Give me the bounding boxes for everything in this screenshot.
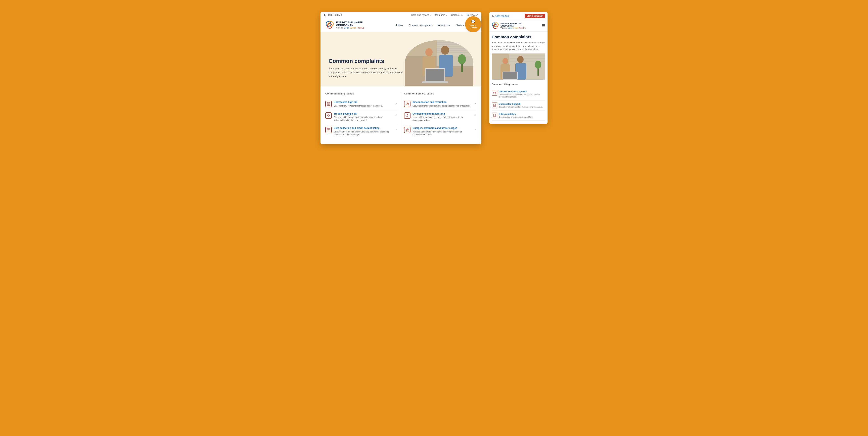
arrow-right-icon: → <box>395 113 397 116</box>
connecting-icon <box>404 112 410 119</box>
hero-section: Common complaints If you want to know ho… <box>320 32 481 86</box>
issue-connecting[interactable]: Connecting and transferring Issues with … <box>404 110 476 124</box>
mobile-issue-title: Delayed and catch-up bills <box>499 90 545 93</box>
contact-us-link[interactable]: Contact us <box>451 14 463 17</box>
mobile-navbar: ENERGY AND WATER OMBUDSMAN Victoria List… <box>489 20 548 32</box>
svg-rect-42 <box>509 58 545 59</box>
issue-desc: Gas, electricity or water services being… <box>412 105 472 107</box>
hero-title: Common complaints <box>329 58 405 64</box>
topbar-phone[interactable]: 📞 1800 500 509 <box>324 14 342 17</box>
desktop-topbar: 📞 1800 500 509 Data and reports ▾ Member… <box>320 12 481 18</box>
svg-rect-17 <box>426 69 444 81</box>
svg-point-45 <box>502 58 508 64</box>
hamburger-menu-button[interactable]: ☰ <box>542 24 545 28</box>
search-link[interactable]: 🔍 Search <box>467 14 478 17</box>
svg-point-26 <box>328 115 328 115</box>
issue-desc: Disputes about amount of debt, the way c… <box>334 130 393 136</box>
topbar-links: Data and reports ▾ Members ▾ Contact us … <box>411 14 478 17</box>
svg-point-14 <box>441 46 449 55</box>
issue-disconnection[interactable]: Disconnection and restriction Gas, elect… <box>404 98 476 110</box>
issue-outages[interactable]: Outages, brownouts and power surges Plan… <box>404 124 476 139</box>
mobile-hero-section: Common complaints If you want to know ho… <box>489 32 548 80</box>
arrow-right-icon: → <box>473 101 476 105</box>
issue-title: Unexpected high bill <box>334 101 393 104</box>
mobile-hero-photo <box>492 54 545 80</box>
mobile-phone-number: 1800 500 509 <box>495 15 509 17</box>
phone-icon: 📞 <box>324 14 327 17</box>
bill-icon <box>325 101 332 107</box>
issue-title: Disconnection and restriction <box>412 101 472 104</box>
start-complaint-button[interactable]: 💬 Start a complaint <box>465 16 481 32</box>
svg-rect-59 <box>494 114 495 117</box>
issue-desc: Issues with your connection to gas, elec… <box>412 116 472 122</box>
mobile-topbar: 📞 1800 500 509 Start a complaint <box>489 12 548 20</box>
arrow-right-icon: → <box>395 127 397 130</box>
chevron-down-icon: ▾ <box>446 14 447 16</box>
mobile-high-bill-icon <box>492 103 497 108</box>
svg-rect-54 <box>493 92 496 94</box>
logo-rings-icon <box>325 21 334 30</box>
mobile-start-complaint-button[interactable]: Start a complaint <box>525 14 545 18</box>
nav-about-us[interactable]: About us ▾ <box>438 24 450 27</box>
mobile-issue-billing-mistakes[interactable]: Billing mistakes Errors relating to conc… <box>492 111 545 121</box>
svg-point-20 <box>458 54 466 64</box>
issue-desc: Gas, electricity or water bills that are… <box>334 105 393 107</box>
arrow-right-icon: → <box>473 113 476 116</box>
svg-point-27 <box>329 115 329 115</box>
issue-title: Debt collection and credit default listi… <box>334 127 393 130</box>
issue-title: Outages, brownouts and power surges <box>412 127 472 130</box>
desktop-navbar: ENERGY AND WATER OMBUDSMAN Victoria List… <box>320 18 481 32</box>
logo[interactable]: ENERGY AND WATER OMBUDSMAN Victoria List… <box>325 21 364 30</box>
svg-rect-43 <box>509 60 545 60</box>
mobile-delayed-bills-icon <box>492 90 497 96</box>
mobile-hero-title: Common complaints <box>492 35 545 39</box>
arrow-right-icon: → <box>473 127 476 130</box>
mobile-issue-delayed-bills[interactable]: Delayed and catch-up bills Complaints ab… <box>492 88 545 100</box>
mobile-hero-description: If you want to know how we deal with com… <box>492 41 545 51</box>
svg-point-12 <box>425 48 433 56</box>
svg-rect-6 <box>437 42 473 43</box>
issue-trouble-paying[interactable]: Trouble paying a bill Problems with maki… <box>325 110 397 124</box>
members-link[interactable]: Members ▾ <box>435 14 447 17</box>
speech-bubble-icon: 💬 <box>471 20 475 24</box>
data-reports-link[interactable]: Data and reports ▾ <box>411 14 431 17</box>
billing-issues-column: Common billing issues Unexpected high bi… <box>325 92 401 139</box>
mobile-logo[interactable]: ENERGY AND WATER OMBUDSMAN Victoria List… <box>492 22 526 29</box>
svg-point-53 <box>535 61 541 69</box>
disconnection-icon <box>404 101 410 107</box>
nav-common-complaints[interactable]: Common complaints <box>409 24 433 27</box>
issue-unexpected-high-bill[interactable]: Unexpected high bill Gas, electricity or… <box>325 98 397 110</box>
svg-rect-8 <box>437 46 473 47</box>
mobile-logo-rings-icon <box>492 22 499 29</box>
arrow-right-icon: → <box>395 101 397 105</box>
chevron-down-icon: ▾ <box>449 24 450 26</box>
svg-rect-40 <box>509 55 545 56</box>
issue-desc: Planned and unplanned outages, and compe… <box>412 130 472 136</box>
hero-text: Common complaints If you want to know ho… <box>329 58 405 86</box>
chevron-down-icon: ▾ <box>430 14 431 16</box>
billing-issues-heading: Common billing issues <box>325 92 397 95</box>
mobile-logo-text: ENERGY AND WATER OMBUDSMAN Victoria List… <box>500 23 526 29</box>
mobile-issue-desc: Errors relating to concessions, repeat b… <box>499 116 545 118</box>
issue-desc: Problems with making payments, including… <box>334 116 393 122</box>
mobile-billing-heading: Common billing issues <box>492 83 545 86</box>
issue-title: Connecting and transferring <box>412 112 472 116</box>
mobile-browser-window: 📞 1800 500 509 Start a complaint ENERGY … <box>489 12 548 124</box>
mobile-content: Common billing issues Delayed and catch-… <box>489 80 548 124</box>
hero-photo <box>405 40 473 86</box>
trouble-paying-icon <box>325 112 332 119</box>
mobile-phone[interactable]: 📞 1800 500 509 <box>492 15 509 17</box>
service-issues-column: Common service issues Disconnection and … <box>401 92 476 139</box>
mobile-issue-title: Billing mistakes <box>499 113 545 115</box>
mobile-hero-image <box>492 54 545 80</box>
nav-links: Home Common complaints About us ▾ News a… <box>396 24 476 27</box>
content-section: Common billing issues Unexpected high bi… <box>320 86 481 144</box>
svg-rect-30 <box>328 130 329 130</box>
issues-grid: Common billing issues Unexpected high bi… <box>325 92 476 139</box>
issue-debt-collection[interactable]: Debt collection and credit default listi… <box>325 124 397 139</box>
svg-rect-7 <box>437 44 473 45</box>
issue-title: Trouble paying a bill <box>334 112 393 116</box>
logo-text: ENERGY AND WATER OMBUDSMAN Victoria List… <box>336 21 364 29</box>
nav-home[interactable]: Home <box>396 24 403 27</box>
mobile-issue-unexpected-bill[interactable]: Unexpected high bill Gas, electricity or… <box>492 100 545 111</box>
